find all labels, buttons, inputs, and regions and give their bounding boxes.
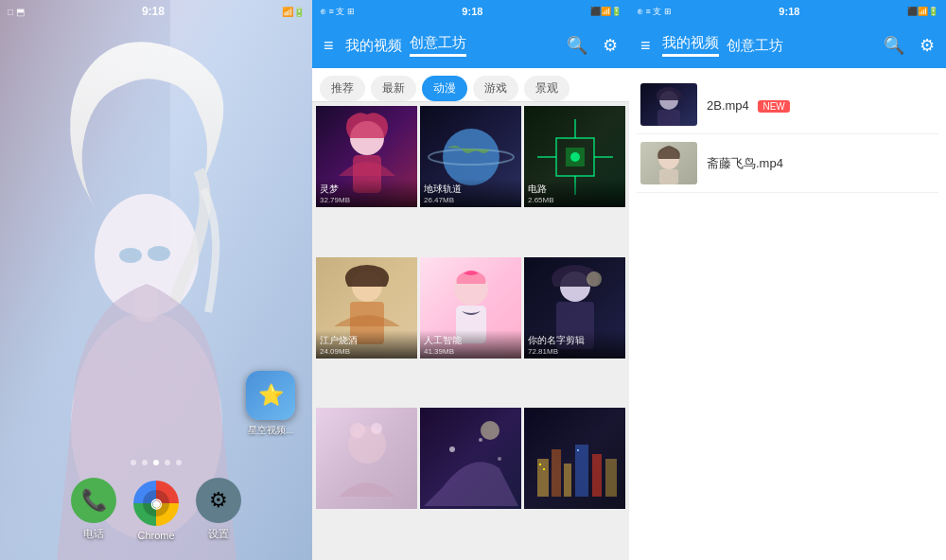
- video-thumb-purple-night[interactable]: [420, 408, 521, 509]
- video-title-earth: 地球轨道: [424, 183, 517, 196]
- dot-5: [176, 460, 182, 465]
- video-thumb-yourname[interactable]: 你的名字剪辑 72.81MB: [524, 257, 625, 359]
- dock-settings[interactable]: ⚙ 设置: [196, 478, 241, 541]
- svg-rect-33: [552, 449, 561, 497]
- svg-rect-44: [659, 169, 678, 184]
- phone-label: 电话: [83, 527, 104, 541]
- new-badge: NEW: [758, 100, 789, 113]
- list-item-saito[interactable]: 斋藤飞鸟.mp4: [637, 134, 938, 193]
- svg-point-26: [350, 423, 365, 438]
- dot-3: [153, 460, 159, 465]
- toolbar-right: ≡ 我的视频 创意工坊 🔍 ⚙: [629, 23, 946, 68]
- video-thumb-ai[interactable]: 人工智能 41.39MB: [420, 257, 521, 359]
- status-icons-middle-left: ⊕ ≡ 支 ⊞: [320, 6, 355, 18]
- list-thumb-2b: [640, 83, 697, 126]
- tab-latest[interactable]: 最新: [371, 76, 416, 101]
- toolbar-title-my-videos[interactable]: 我的视频: [345, 37, 402, 55]
- status-right-icons-left: 📶🔋: [282, 7, 305, 17]
- menu-icon-right[interactable]: ≡: [637, 32, 655, 60]
- toolbar-right-my-videos[interactable]: 我的视频: [662, 34, 719, 57]
- status-time-left: 9:18: [142, 5, 165, 18]
- video-thumb-city[interactable]: [524, 408, 625, 509]
- chrome-label: Chrome: [137, 530, 174, 541]
- svg-point-6: [148, 246, 170, 261]
- star-video-app-icon[interactable]: ⭐ 星空视频...: [246, 371, 295, 437]
- svg-rect-34: [564, 464, 571, 497]
- video-title-circuit: 电路: [528, 183, 622, 196]
- video-title-reimu: 灵梦: [320, 183, 413, 196]
- video-title-edo: 江户烧酒: [320, 334, 413, 347]
- svg-point-30: [479, 438, 482, 442]
- tab-anime[interactable]: 动漫: [422, 76, 467, 101]
- video-title-ai: 人工智能: [424, 334, 517, 347]
- status-time-middle: 9:18: [462, 6, 482, 17]
- video-size-earth: 26.47MB: [424, 196, 517, 204]
- toolbar-title-workshop[interactable]: 创意工坊: [410, 34, 466, 57]
- search-icon-middle[interactable]: 🔍: [563, 31, 591, 60]
- settings-icon-middle[interactable]: ⚙: [599, 31, 622, 60]
- status-left-icons: □ ⬒: [8, 7, 25, 17]
- svg-point-24: [587, 271, 602, 287]
- video-size-reimu: 32.79MB: [320, 196, 413, 204]
- dot-1: [131, 460, 136, 465]
- menu-icon-middle[interactable]: ≡: [320, 32, 338, 60]
- dock-phone[interactable]: 📞 电话: [71, 478, 116, 541]
- status-bar-middle: ⊕ ≡ 支 ⊞ 9:18 ⬛📶🔋: [312, 0, 629, 23]
- phone-icon: 📞: [71, 478, 116, 523]
- list-thumb-saito: [640, 142, 697, 184]
- status-icons-middle-right: ⬛📶🔋: [590, 7, 622, 16]
- video-thumb-earth[interactable]: 地球轨道 26.47MB: [420, 106, 521, 207]
- star-app-label: 星空视频...: [248, 424, 293, 437]
- svg-point-27: [371, 423, 382, 434]
- toolbar-right-workshop[interactable]: 创意工坊: [727, 37, 783, 55]
- video-title-yourname: 你的名字剪辑: [528, 334, 622, 347]
- list-info-saito: 斋藤飞鸟.mp4: [707, 154, 935, 172]
- settings-icon: ⚙: [196, 478, 241, 523]
- dot-4: [165, 460, 170, 465]
- video-size-yourname: 72.81MB: [528, 347, 622, 356]
- status-icons-right-right: ⬛📶🔋: [907, 7, 938, 16]
- star-app-circle: ⭐: [246, 371, 295, 420]
- list-info-2b: 2B.mp4 NEW: [707, 96, 935, 114]
- svg-point-29: [449, 446, 455, 452]
- video-thumb-reimu[interactable]: 灵梦 32.79MB: [316, 106, 417, 207]
- chrome-icon: ◉: [133, 481, 179, 526]
- video-size-edo: 24.09MB: [320, 347, 413, 356]
- dot-2: [142, 460, 148, 465]
- settings-icon-right[interactable]: ⚙: [916, 31, 938, 60]
- video-thumb-garden[interactable]: [316, 408, 417, 509]
- dock-chrome[interactable]: ◉ Chrome: [133, 481, 179, 541]
- svg-point-17: [570, 152, 580, 162]
- svg-rect-38: [539, 464, 541, 465]
- svg-rect-42: [657, 110, 680, 126]
- svg-rect-39: [543, 468, 545, 470]
- svg-rect-40: [577, 449, 579, 451]
- status-time-right: 9:18: [779, 6, 799, 17]
- list-title-2b: 2B.mp4 NEW: [707, 98, 790, 113]
- list-title-saito: 斋藤飞鸟.mp4: [707, 156, 783, 170]
- list-item-2b[interactable]: 2B.mp4 NEW: [637, 76, 938, 134]
- video-list: 2B.mp4 NEW 斋藤飞鸟.mp4: [629, 68, 946, 560]
- left-homescreen: □ ⬒ 9:18 📶🔋 ⭐ 星空视频... 📞 电话 ◉ Chrome: [0, 0, 312, 560]
- svg-rect-37: [605, 459, 617, 497]
- tab-recommend[interactable]: 推荐: [320, 76, 365, 101]
- video-thumb-edo[interactable]: 江户烧酒 24.09MB: [316, 257, 417, 359]
- status-bar-right: ⊕ ≡ 支 ⊞ 9:18 ⬛📶🔋: [629, 0, 946, 23]
- video-size-ai: 41.39MB: [424, 347, 517, 356]
- svg-rect-32: [537, 459, 549, 497]
- video-grid: 灵梦 32.79MB 地球轨道 26.47MB: [312, 102, 629, 560]
- video-thumb-circuit[interactable]: 电路 2.65MB: [524, 106, 625, 207]
- settings-label: 设置: [208, 527, 229, 541]
- svg-point-9: [443, 129, 499, 185]
- tab-game[interactable]: 游戏: [473, 76, 518, 101]
- search-icon-right[interactable]: 🔍: [880, 31, 908, 60]
- svg-rect-36: [592, 454, 602, 497]
- filter-tabs: 推荐 最新 动漫 游戏 景观: [312, 68, 629, 102]
- tab-landscape[interactable]: 景观: [524, 76, 569, 101]
- right-video-app: ⊕ ≡ 支 ⊞ 9:18 ⬛📶🔋 ≡ 我的视频 创意工坊 🔍 ⚙: [629, 0, 946, 560]
- middle-video-app: ⊕ ≡ 支 ⊞ 9:18 ⬛📶🔋 ≡ 我的视频 创意工坊 🔍 ⚙ 推荐 最新 动…: [312, 0, 629, 560]
- svg-point-31: [498, 457, 501, 461]
- toolbar-middle: ≡ 我的视频 创意工坊 🔍 ⚙: [312, 23, 629, 68]
- app-dock: 📞 电话 ◉ Chrome ⚙ 设置: [0, 470, 312, 560]
- svg-rect-35: [575, 445, 588, 497]
